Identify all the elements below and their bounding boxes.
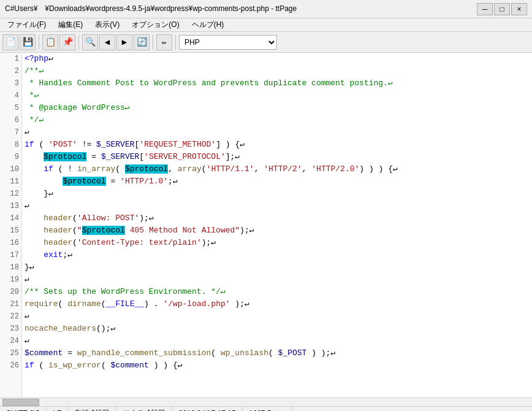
editor-container: 1 2 3 4 5 6 7 8 9 10 11 12 13 14 15 16 1…: [0, 53, 532, 398]
code-line-6[interactable]: */↵: [22, 114, 532, 126]
language-selector[interactable]: PHP JavaScript HTML CSS Plain Text: [179, 35, 277, 50]
code-line-15[interactable]: header("$protocol 405 Method Not Allowed…: [22, 225, 532, 237]
code-line-25[interactable]: $comment = wp_handle_comment_submission(…: [22, 347, 532, 359]
line-ending-status: LF: [47, 407, 68, 411]
line-num-19: 19: [0, 274, 21, 286]
menu-help[interactable]: ヘルプ(H): [187, 18, 229, 31]
save-button[interactable]: 💾: [20, 34, 36, 50]
line-num-8: 8: [0, 139, 21, 151]
menu-file[interactable]: ファイル(F): [2, 18, 51, 31]
new-file-button[interactable]: 📄: [2, 34, 18, 50]
line-num-16: 16: [0, 237, 21, 249]
toolbar-separator-2: [78, 35, 79, 50]
line-num-23: 23: [0, 323, 21, 335]
line-num-17: 17: [0, 249, 21, 261]
copy-button[interactable]: 📋: [42, 34, 58, 50]
hscroll-thumb[interactable]: [2, 399, 39, 406]
code-line-11[interactable]: $protocol = 'HTTP/1.0';↵: [22, 175, 532, 188]
code-line-5[interactable]: * @package WordPress↵: [22, 102, 532, 114]
mouse-position-status: マウス:1行目: [116, 407, 172, 411]
menu-view[interactable]: 表示(V): [90, 18, 124, 31]
line-num-14: 14: [0, 212, 21, 225]
maximize-button[interactable]: □: [494, 3, 510, 15]
line-num-12: 12: [0, 188, 21, 200]
toolbar: 📄 💾 📋 📌 🔍 ◀ ▶ 🔄 ✏️ PHP JavaScript HTML C…: [0, 32, 532, 53]
line-num-2: 2: [0, 65, 21, 77]
code-line-24[interactable]: ↵: [22, 335, 532, 347]
line-num-13: 13: [0, 200, 21, 212]
paste-button[interactable]: 📌: [59, 34, 75, 50]
edit-button[interactable]: ✏️: [156, 34, 172, 50]
titlebar: C#Users¥ ¥Downloads¥wordpress-4.9.5-ja¥w…: [0, 0, 532, 18]
line-num-6: 6: [0, 114, 21, 126]
line-num-21: 21: [0, 298, 21, 310]
date-status: 2018/04/17 17:15: [172, 407, 242, 411]
code-line-2[interactable]: /**↵: [22, 65, 532, 77]
line-num-9: 9: [0, 151, 21, 163]
toolbar-separator-3: [153, 35, 153, 50]
code-line-7[interactable]: ↵: [22, 126, 532, 139]
line-num-18: 18: [0, 261, 21, 274]
toolbar-separator-1: [39, 35, 39, 50]
code-line-8[interactable]: if ( 'POST' != $_SERVER['REQUEST_METHOD'…: [22, 139, 532, 151]
code-line-4[interactable]: *↵: [22, 90, 532, 102]
code-line-9[interactable]: $protocol = $_SERVER['SERVER_PROTOCOL'];…: [22, 151, 532, 163]
search-prev-button[interactable]: ◀: [99, 34, 115, 50]
minimize-button[interactable]: ─: [477, 3, 493, 15]
line-num-15: 15: [0, 225, 21, 237]
search-button[interactable]: 🔍: [82, 34, 98, 50]
close-button[interactable]: ×: [511, 3, 527, 15]
code-line-13[interactable]: ↵: [22, 200, 532, 212]
line-num-24: 24: [0, 335, 21, 347]
cursor-position-status: 先頭:1行目: [68, 407, 116, 411]
line-num-7: 7: [0, 126, 21, 139]
line-num-11: 11: [0, 175, 21, 188]
titlebar-controls: ─ □ ×: [477, 3, 527, 15]
line-num-26: 26: [0, 359, 21, 372]
code-editor[interactable]: <?php↵ /**↵ * Handles Comment Post to Wo…: [22, 53, 532, 398]
code-line-21[interactable]: require( dirname(__FILE__) . '/wp-load.p…: [22, 298, 532, 310]
menu-options[interactable]: オプション(O): [127, 18, 184, 31]
code-line-10[interactable]: if ( ! in_array( $protocol, array('HTTP/…: [22, 163, 532, 175]
menu-edit[interactable]: 編集(E): [53, 18, 88, 31]
code-line-22[interactable]: ↵: [22, 310, 532, 323]
line-num-20: 20: [0, 286, 21, 298]
search-next-button[interactable]: ▶: [116, 34, 132, 50]
filesize-status: 1627 Bytes: [243, 407, 292, 411]
toolbar-separator-4: [175, 35, 176, 50]
code-line-14[interactable]: header('Allow: POST');↵: [22, 212, 532, 225]
line-numbers: 1 2 3 4 5 6 7 8 9 10 11 12 13 14 15 16 1…: [0, 53, 22, 398]
code-line-1[interactable]: <?php↵: [22, 53, 532, 65]
line-num-1: 1: [0, 53, 21, 65]
line-num-3: 3: [0, 77, 21, 90]
code-line-17[interactable]: exit;↵: [22, 249, 532, 261]
line-num-25: 25: [0, 347, 21, 359]
line-num-5: 5: [0, 102, 21, 114]
line-num-10: 10: [0, 163, 21, 175]
code-line-26[interactable]: if ( is_wp_error( $comment ) ) {↵: [22, 359, 532, 372]
statusbar: SHIFT-JIS LF 先頭:1行目 マウス:1行目 2018/04/17 1…: [0, 406, 532, 411]
line-num-4: 4: [0, 90, 21, 102]
code-line-20[interactable]: /** Sets up the WordPress Environment. *…: [22, 286, 532, 298]
menubar: ファイル(F) 編集(E) 表示(V) オプション(O) ヘルプ(H): [0, 18, 532, 32]
code-line-12[interactable]: }↵: [22, 188, 532, 200]
code-line-18[interactable]: }↵: [22, 261, 532, 274]
code-line-23[interactable]: nocache_headers();↵: [22, 323, 532, 335]
code-line-19[interactable]: ↵: [22, 274, 532, 286]
replace-button[interactable]: 🔄: [134, 34, 150, 50]
encoding-status: SHIFT-JIS: [0, 407, 47, 411]
line-num-22: 22: [0, 310, 21, 323]
titlebar-title: C#Users¥ ¥Downloads¥wordpress-4.9.5-ja¥w…: [5, 4, 297, 14]
code-line-3[interactable]: * Handles Comment Post to WordPress and …: [22, 77, 532, 90]
horizontal-scrollbar[interactable]: [0, 398, 532, 406]
code-line-16[interactable]: header('Content-Type: text/plain');↵: [22, 237, 532, 249]
